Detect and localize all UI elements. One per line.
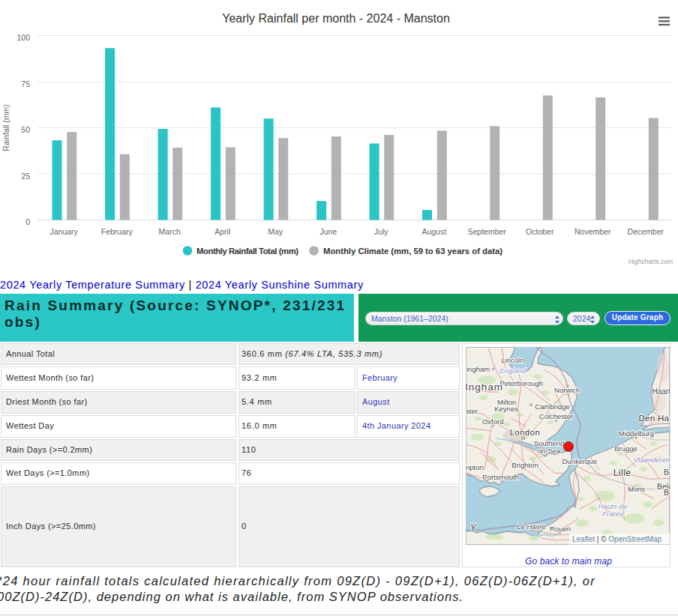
svg-text:Portsmouth: Portsmouth — [482, 473, 519, 481]
svg-text:75: 75 — [21, 79, 30, 88]
svg-text:Ingham: Ingham — [466, 381, 503, 393]
svg-text:100: 100 — [16, 33, 30, 42]
svg-text:Haarle: Haarle — [652, 387, 670, 396]
svg-text:Monthly Rainfall Total (mm): Monthly Rainfall Total (mm) — [196, 247, 298, 256]
svg-text:Cambridge: Cambridge — [535, 402, 569, 411]
svg-text:Monthly Climate (mm, 59 to 63: Monthly Climate (mm, 59 to 63 years of d… — [323, 247, 502, 256]
svg-text:Dunkerque: Dunkerque — [562, 457, 596, 465]
svg-text:October: October — [526, 227, 554, 236]
svg-text:npton: npton — [466, 463, 484, 471]
svg-text:London: London — [510, 428, 540, 437]
svg-text:25: 25 — [21, 172, 30, 181]
svg-text:January: January — [50, 227, 79, 236]
svg-text:March: March — [159, 227, 181, 236]
svg-text:Keynes: Keynes — [494, 405, 518, 413]
svg-text:Bel: Bel — [664, 488, 670, 497]
svg-text:on-Sea: on-Sea — [538, 447, 561, 455]
svg-text:May: May — [268, 227, 284, 236]
svg-text:Le Havre: Le Havre — [517, 522, 546, 531]
svg-text:Colchester: Colchester — [539, 412, 573, 420]
svg-text:Bel: Bel — [664, 468, 670, 477]
svg-text:September: September — [468, 227, 507, 236]
svg-text:July: July — [374, 227, 388, 236]
svg-text:Mons: Mons — [628, 485, 645, 493]
svg-text:December: December — [628, 227, 664, 236]
svg-text:Brighton: Brighton — [512, 461, 538, 469]
svg-text:August: August — [422, 227, 446, 236]
svg-text:0: 0 — [26, 217, 30, 226]
svg-text:November: November — [574, 227, 611, 236]
svg-text:ingham: ingham — [466, 365, 490, 373]
svg-text:Vlaanderen: Vlaanderen — [634, 456, 670, 464]
svg-text:Oxford: Oxford — [482, 417, 504, 426]
svg-text:Den Haag: Den Haag — [639, 414, 670, 423]
svg-text:Yearly Rainfall per month - 20: Yearly Rainfall per month - 2024 - Manst… — [222, 12, 450, 25]
svg-text:Peterborough: Peterborough — [500, 379, 544, 387]
svg-text:England: England — [500, 366, 526, 375]
svg-text:50: 50 — [21, 125, 30, 134]
svg-text:Lincoln: Lincoln — [501, 356, 524, 364]
svg-text:Leaflet | © OpenStreetMap: Leaflet | © OpenStreetMap — [572, 535, 662, 543]
svg-text:February: February — [101, 227, 134, 236]
svg-text:April: April — [214, 227, 230, 236]
svg-text:Highcharts.com: Highcharts.com — [628, 258, 673, 265]
svg-text:y: y — [471, 520, 476, 531]
svg-text:France: France — [602, 510, 625, 518]
svg-text:Norwich: Norwich — [554, 386, 580, 394]
svg-text:Rouen: Rouen — [550, 525, 571, 533]
svg-text:Lille: Lille — [614, 468, 632, 478]
svg-text:Middelburg: Middelburg — [619, 429, 654, 438]
svg-text:ster: ster — [466, 407, 478, 415]
svg-text:Rainfall (mm): Rainfall (mm) — [2, 104, 10, 151]
svg-text:June: June — [320, 227, 337, 236]
svg-text:Brugge: Brugge — [614, 444, 638, 453]
